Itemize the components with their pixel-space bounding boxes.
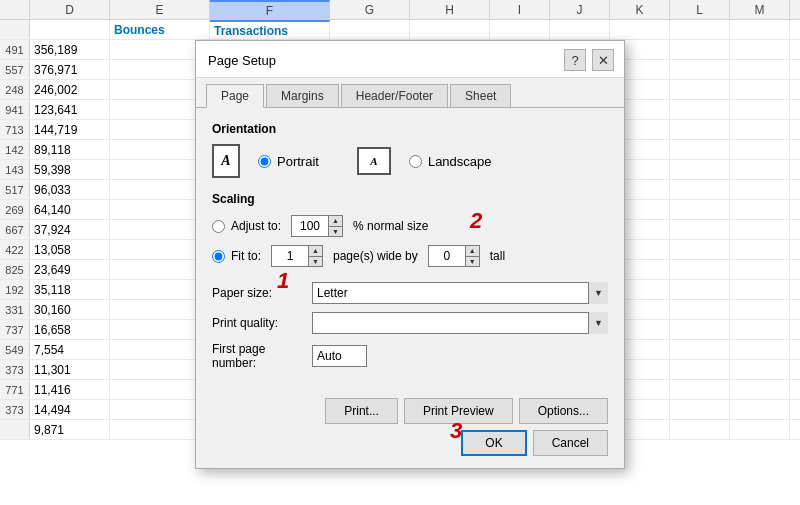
- row-number: 373: [0, 360, 30, 379]
- options-button[interactable]: Options...: [519, 398, 608, 424]
- print-quality-row: Print quality: ▼: [212, 312, 608, 334]
- paper-size-row: Paper size: Letter A4 Legal ▼: [212, 282, 608, 304]
- cell: [670, 40, 730, 59]
- adjust-to-spin-buttons: ▲ ▼: [328, 216, 342, 236]
- cell: [670, 420, 730, 439]
- row-number: 713: [0, 120, 30, 139]
- landscape-option[interactable]: Landscape: [409, 154, 492, 169]
- cell: [490, 20, 550, 39]
- cell: [670, 220, 730, 239]
- cell: Transactions: [210, 20, 330, 39]
- col-e-header: E: [110, 0, 210, 19]
- cell: [730, 360, 790, 379]
- cell: 59,398: [30, 160, 110, 179]
- fit-to-tall-input[interactable]: [429, 246, 465, 266]
- dialog-controls: ? ✕: [564, 49, 614, 71]
- cell: 30,160: [30, 300, 110, 319]
- paper-size-select-wrapper[interactable]: Letter A4 Legal ▼: [312, 282, 608, 304]
- cell: [730, 420, 790, 439]
- cell: [410, 20, 490, 39]
- print-quality-select-wrapper[interactable]: ▼: [312, 312, 608, 334]
- tab-margins[interactable]: Margins: [266, 84, 339, 107]
- cancel-button[interactable]: Cancel: [533, 430, 608, 456]
- cell: 9,871: [30, 420, 110, 439]
- cell: 356,189: [30, 40, 110, 59]
- first-page-input[interactable]: [312, 345, 367, 367]
- cell: [670, 240, 730, 259]
- fit-to-wide-input[interactable]: [272, 246, 308, 266]
- col-k-header: K: [610, 0, 670, 19]
- row-number: [0, 20, 30, 39]
- pages-wide-label: page(s) wide by: [333, 249, 418, 263]
- cell: [730, 80, 790, 99]
- cell: [730, 120, 790, 139]
- cell: [670, 260, 730, 279]
- page-setup-dialog: Page Setup ? ✕ Page Margins Header/Foote…: [195, 40, 625, 469]
- close-button[interactable]: ✕: [592, 49, 614, 71]
- cell: [730, 320, 790, 339]
- footer-row1: Print... Print Preview Options...: [212, 398, 608, 424]
- adjust-to-label: Adjust to:: [231, 219, 281, 233]
- landscape-icon: A: [357, 147, 391, 175]
- row-number: 667: [0, 220, 30, 239]
- cell: 11,416: [30, 380, 110, 399]
- row-number: 373: [0, 400, 30, 419]
- row-number: 248: [0, 80, 30, 99]
- row-num-header: [0, 0, 30, 19]
- paper-size-select[interactable]: Letter A4 Legal: [312, 282, 608, 304]
- cell: [670, 320, 730, 339]
- cell: 144,719: [30, 120, 110, 139]
- dialog-title: Page Setup: [208, 53, 276, 68]
- cell: [670, 380, 730, 399]
- fit-to-radio[interactable]: [212, 250, 225, 263]
- row-number: 557: [0, 60, 30, 79]
- cell: 35,118: [30, 280, 110, 299]
- fit-to-wide-spin-down[interactable]: ▼: [308, 257, 322, 267]
- col-h-header: H: [410, 0, 490, 19]
- cell: [670, 60, 730, 79]
- portrait-option[interactable]: Portrait: [258, 154, 319, 169]
- adjust-to-spin-down[interactable]: ▼: [328, 227, 342, 237]
- cell: [670, 100, 730, 119]
- help-button[interactable]: ?: [564, 49, 586, 71]
- cell: [670, 200, 730, 219]
- fit-to-tall-spin-up[interactable]: ▲: [465, 246, 479, 257]
- row-number: 143: [0, 160, 30, 179]
- dialog-footer: Print... Print Preview Options... OK Can…: [196, 388, 624, 468]
- ok-button[interactable]: OK: [461, 430, 526, 456]
- cell: [730, 340, 790, 359]
- cell: 246,002: [30, 80, 110, 99]
- cell: [610, 20, 670, 39]
- cell: 13,058: [30, 240, 110, 259]
- adjust-to-spinner[interactable]: ▲ ▼: [291, 215, 343, 237]
- row-number: [0, 420, 30, 439]
- tab-header-footer[interactable]: Header/Footer: [341, 84, 448, 107]
- adjust-to-input[interactable]: [292, 216, 328, 236]
- adjust-to-radio[interactable]: [212, 220, 225, 233]
- cell: [670, 340, 730, 359]
- tab-page[interactable]: Page: [206, 84, 264, 108]
- print-preview-button[interactable]: Print Preview: [404, 398, 513, 424]
- fit-to-wide-spinner[interactable]: ▲ ▼: [271, 245, 323, 267]
- fit-to-wide-spin-up[interactable]: ▲: [308, 246, 322, 257]
- adjust-to-spin-up[interactable]: ▲: [328, 216, 342, 227]
- print-quality-select[interactable]: [312, 312, 608, 334]
- portrait-radio[interactable]: [258, 155, 271, 168]
- cell: [670, 120, 730, 139]
- cell: [730, 260, 790, 279]
- cell: [670, 180, 730, 199]
- table-row: Bounces Transactions: [0, 20, 800, 40]
- print-button[interactable]: Print...: [325, 398, 398, 424]
- landscape-radio[interactable]: [409, 155, 422, 168]
- cell: [670, 280, 730, 299]
- cell: 37,924: [30, 220, 110, 239]
- cell: [670, 400, 730, 419]
- cell: [730, 240, 790, 259]
- cell: 16,658: [30, 320, 110, 339]
- fit-to-tall-spin-down[interactable]: ▼: [465, 257, 479, 267]
- fit-to-tall-spinner[interactable]: ▲ ▼: [428, 245, 480, 267]
- row-number: 142: [0, 140, 30, 159]
- dialog-titlebar: Page Setup ? ✕: [196, 41, 624, 78]
- cell: [730, 140, 790, 159]
- tab-sheet[interactable]: Sheet: [450, 84, 511, 107]
